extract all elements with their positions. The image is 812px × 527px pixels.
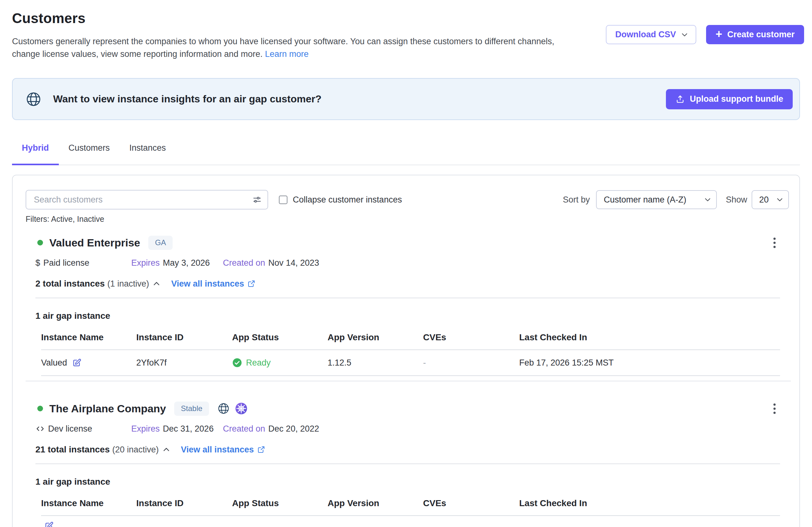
globe-icon [25,91,42,107]
col-app-status: App Status [232,498,328,508]
instances-table: Instance Name Instance ID App Status App… [41,332,780,376]
collapse-section-button[interactable] [161,445,171,455]
customer-menu-button[interactable] [769,400,780,417]
instances-total: 21 total instances [35,443,110,456]
instance-name-cell: Valued [41,358,136,368]
collapse-instances-checkbox[interactable] [279,196,287,204]
channel-badge: GA [148,236,173,250]
instances-table-header: Instance Name Instance ID App Status App… [41,498,780,516]
customer-menu-button[interactable] [769,235,780,251]
view-all-instances-label: View all instances [171,277,244,291]
download-csv-button[interactable]: Download CSV [606,25,696,44]
page-description: Customers generally represent the compan… [12,35,581,60]
list-toolbar: Collapse customer instances Sort by Cust… [13,175,799,210]
instance-name: Valued [41,358,67,368]
customer-meta: $ Paid license Expires May 3, 2026 Creat… [35,257,780,269]
col-last-checked-in: Last Checked In [519,332,780,343]
sort-by-label: Sort by [563,195,590,205]
last-checked-in-cell: Feb 17, 2026 15:25 MST [519,358,780,368]
check-circle-icon [232,358,242,368]
customer-meta: Dev license Expires Dec 31, 2026 Created… [35,422,780,435]
create-customer-button[interactable]: + Create customer [706,25,804,44]
customer-name[interactable]: Valued Enterprise [49,237,140,249]
chevron-down-icon [704,196,712,204]
expires-label: Expires [131,422,160,435]
tab-hybrid[interactable]: Hybrid [12,139,59,165]
col-instance-name: Instance Name [41,332,136,343]
paid-license-icon: $ [35,257,40,269]
col-cves: CVEs [423,332,519,343]
search-box [26,190,268,210]
chevron-down-icon [775,196,784,204]
created-on-value: Dec 20, 2022 [269,422,319,435]
customer-section-valued-enterprise: Valued Enterprise GA $ Paid license Expi… [35,234,780,376]
customer-header: Valued Enterprise GA [35,234,780,252]
search-input[interactable] [33,195,252,205]
channel-badge: Stable [174,402,209,416]
col-app-version: App Version [328,332,423,343]
upload-support-bundle-button[interactable]: Upload support bundle [666,89,793,109]
download-csv-label: Download CSV [615,30,676,40]
tab-instances[interactable]: Instances [119,139,176,165]
customer-section-airplane-company: The Airplane Company Stable [35,400,780,527]
created-on-value: Nov 14, 2023 [269,257,319,269]
section-divider [35,464,780,464]
header-actions: Download CSV + Create customer [606,25,804,44]
instances-inactive: (1 inactive) [107,277,149,291]
created-item: Created on Dec 20, 2022 [223,422,780,435]
learn-more-link[interactable]: Learn more [265,49,309,59]
expires-value: Dec 31, 2026 [163,422,214,435]
customers-card: Collapse customer instances Sort by Cust… [12,175,800,527]
tab-bar: Hybrid Customers Instances [12,139,800,165]
section-divider [35,298,780,298]
view-all-instances-label: View all instances [181,443,254,456]
edit-icon[interactable] [72,358,82,367]
app-status-text: Ready [246,358,271,368]
customer-header: The Airplane Company Stable [35,400,780,417]
instance-id-cell: 2YfoK7f [136,358,232,368]
col-cves: CVEs [423,498,519,508]
sort-selected-value: Customer name (A-Z) [604,195,686,205]
customer-divider [26,381,791,381]
collapse-instances-control: Collapse customer instances [279,195,402,205]
cves-cell: - [423,358,519,368]
instances-total: 2 total instances [35,277,105,291]
col-app-status: App Status [232,332,328,343]
plus-icon: + [715,28,722,40]
airgap-instances-heading: 1 air gap instance [35,311,780,321]
dev-license-icon [35,424,45,434]
upload-support-bundle-label: Upload support bundle [690,94,783,104]
chevron-up-icon [162,445,171,454]
app-version-cell: 1.12.5 [328,358,423,368]
filter-sliders-icon[interactable] [252,195,262,205]
instances-table: Instance Name Instance ID App Status App… [41,498,780,527]
create-customer-label: Create customer [727,30,795,40]
show-label: Show [726,195,747,205]
col-last-checked-in: Last Checked In [519,498,780,508]
airgap-insights-banner: Want to view instance insights for an ai… [12,78,800,120]
table-row: Valued 2YfoK7f Ready 1.12.5 - Feb 17, 20… [41,350,780,376]
tab-customers[interactable]: Customers [59,139,120,165]
customer-name[interactable]: The Airplane Company [49,403,166,415]
show-count-select[interactable]: 20 [752,190,789,209]
app-status-cell: Ready [232,358,328,368]
expires-item: Expires May 3, 2026 [131,257,223,269]
view-all-instances-link[interactable]: View all instances [181,443,265,456]
show-selected-value: 20 [759,195,769,205]
instances-summary: 2 total instances (1 inactive) View all … [35,277,780,291]
table-row-cutoff [44,521,780,527]
license-type-item: $ Paid license [35,257,131,269]
sort-select[interactable]: Customer name (A-Z) [596,190,717,209]
collapse-section-button[interactable] [151,278,162,289]
customers-page: Customers Download CSV + Create customer… [0,0,812,527]
banner-title: Want to view instance insights for an ai… [53,93,322,105]
edit-icon[interactable] [44,521,54,527]
toolbar-right: Sort by Customer name (A-Z) Show 20 [563,190,789,209]
expires-item: Expires Dec 31, 2026 [131,422,223,435]
col-instance-name: Instance Name [41,498,136,508]
chevron-down-icon [680,31,689,39]
col-app-version: App Version [328,498,423,508]
view-all-instances-link[interactable]: View all instances [171,277,256,291]
instances-table-header: Instance Name Instance ID App Status App… [41,332,780,350]
instances-summary: 21 total instances (20 inactive) View al… [35,443,780,456]
